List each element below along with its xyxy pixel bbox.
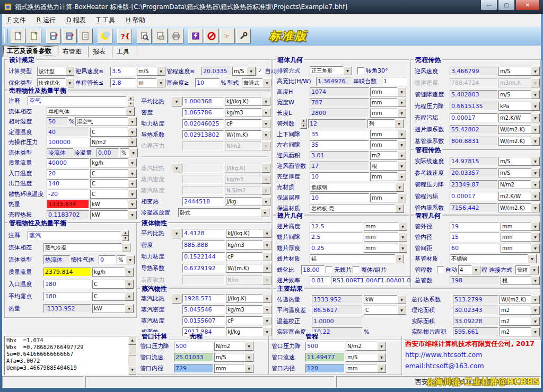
chevron-down-icon[interactable]: ▼	[395, 183, 404, 192]
chevron-down-icon[interactable]: ▼	[128, 169, 137, 178]
chevron-down-icon[interactable]: ▼	[530, 265, 539, 274]
menu-item-f[interactable]: F 文件	[2, 14, 31, 26]
chevron-down-icon[interactable]: ▼	[262, 327, 272, 336]
unit-combobox[interactable]: N/m2▼	[90, 138, 137, 147]
chevron-down-icon[interactable]: ▼	[377, 342, 386, 351]
calc-type-select[interactable]: 设计型▼	[37, 67, 74, 76]
chevron-down-icon[interactable]: ▼	[397, 130, 406, 139]
input-field[interactable]: 2.8	[110, 78, 136, 87]
unit-combobox[interactable]: kg/m3▼	[226, 240, 272, 250]
chevron-down-icon[interactable]: ▼	[128, 179, 137, 188]
chevron-down-icon[interactable]: ▼	[531, 233, 540, 242]
checkbox-box[interactable]	[437, 266, 444, 273]
readonly-field[interactable]: 33.09228	[453, 317, 498, 326]
spinner[interactable]: ▲▼	[300, 118, 307, 129]
unit-combobox[interactable]: mm▼	[370, 130, 406, 139]
readonly-field[interactable]: 0.00	[97, 148, 119, 157]
chevron-down-icon[interactable]: ▼	[244, 353, 253, 362]
integral-checkbox[interactable]: 整体/组片	[353, 266, 387, 274]
chevron-down-icon[interactable]: ▼	[397, 140, 406, 149]
form-type-select[interactable]: 普通式▼	[242, 78, 272, 87]
readonly-field[interactable]: 7156.442	[450, 203, 497, 212]
unit-combobox[interactable]: mm▼	[501, 222, 540, 231]
unit-combobox[interactable]: mm▼	[370, 87, 406, 96]
chevron-down-icon[interactable]: ▼	[397, 87, 406, 96]
readonly-field[interactable]: 1.364976	[316, 77, 352, 86]
help-button[interactable]: ?{	[117, 29, 132, 43]
unit-combobox[interactable]: m2.K/W▼	[498, 192, 540, 201]
input-field[interactable]: 2444518	[182, 197, 224, 206]
unit-combobox[interactable]: W/(m.K)▼	[225, 130, 270, 139]
chevron-down-icon[interactable]: ▼	[531, 78, 540, 87]
readonly-field[interactable]: 40	[47, 128, 89, 137]
readonly-field[interactable]: 0.6615135	[450, 102, 497, 111]
chevron-down-icon[interactable]: ▼	[262, 252, 272, 261]
save-button[interactable]	[46, 29, 61, 43]
chevron-down-icon[interactable]: ▼	[261, 97, 270, 106]
unit-combobox[interactable]: m/S▼	[498, 157, 540, 166]
input-field[interactable]: 1928.571	[182, 294, 225, 303]
chevron-down-icon[interactable]: ▼	[128, 128, 137, 137]
scroll-down-icon[interactable]: ▼	[128, 366, 136, 375]
unit-combobox[interactable]: N/m2▼	[346, 342, 386, 351]
tab-tube-layout[interactable]: 布管图	[58, 46, 89, 57]
unit-combobox[interactable]: kW▼	[90, 210, 137, 219]
unit-combobox[interactable]: kJ/kg▼	[226, 327, 272, 336]
property-dropdown-button[interactable]: ▼	[172, 163, 181, 173]
input-field[interactable]: 10	[310, 193, 369, 202]
unit-combobox[interactable]: mm▼	[370, 140, 406, 149]
checkbox-box[interactable]: ✓	[257, 68, 264, 75]
unit-combobox[interactable]: C▼	[92, 292, 134, 301]
input-field[interactable]: 10	[195, 78, 220, 87]
readonly-field[interactable]: 1074	[310, 87, 369, 96]
unit-combobox[interactable]: N/m2▼	[225, 141, 270, 150]
input-field[interactable]: 500	[305, 342, 345, 351]
unit-combobox[interactable]: m3/m.h▼	[498, 78, 540, 87]
unit-combobox[interactable]: N.S/m2▼	[225, 186, 270, 195]
unit-combobox[interactable]: N/m2▼	[214, 342, 253, 351]
readonly-field[interactable]: 2800	[310, 109, 369, 118]
chevron-down-icon[interactable]: ▼	[65, 67, 74, 76]
readonly-field[interactable]: 595.661	[453, 327, 498, 336]
readonly-field[interactable]: 800.8831	[450, 137, 497, 146]
chevron-down-icon[interactable]: ▼	[531, 327, 540, 336]
fluid-type-field[interactable]: 冷流体	[47, 148, 73, 157]
input-field[interactable]: 0.00017	[450, 192, 497, 201]
unit-combobox[interactable]: 列▼	[367, 119, 404, 128]
input-field[interactable]: 0.81	[310, 276, 330, 285]
chevron-down-icon[interactable]: ▼	[261, 197, 270, 206]
input-field[interactable]: 0.0155607	[182, 316, 225, 325]
chevron-down-icon[interactable]: ▼	[395, 204, 404, 213]
unit-combobox[interactable]: C▼	[90, 128, 137, 137]
unit-combobox[interactable]: W/(m2.K)▼	[498, 137, 540, 146]
input-field[interactable]: 0.6729192	[182, 264, 225, 273]
chevron-down-icon[interactable]: ▼	[531, 113, 540, 122]
input-field[interactable]: 0.1522144	[182, 252, 225, 261]
unit-combobox[interactable]: C▼	[364, 306, 406, 315]
unit-combobox[interactable]: kPa▼	[498, 102, 540, 111]
input-field[interactable]: 885.888	[182, 240, 225, 250]
unit-combobox[interactable]: mm▼	[370, 172, 406, 181]
nozzle-velocity-field[interactable]: 11.49477	[305, 353, 345, 362]
readonly-field[interactable]: 55.42802	[450, 125, 497, 134]
unit-combobox[interactable]: m/S▼	[232, 67, 256, 76]
scroll-thumb[interactable]	[128, 345, 136, 355]
input-field[interactable]: 18.00	[301, 265, 325, 274]
spinner[interactable]: ▲▼	[127, 96, 134, 106]
chevron-down-icon[interactable]: ▼	[531, 192, 540, 201]
chevron-down-icon[interactable]: ▼	[261, 175, 270, 184]
readonly-field[interactable]: 3.466799	[450, 67, 497, 76]
readonly-field[interactable]: -1333.952	[43, 304, 91, 313]
readonly-field[interactable]: 1333.952	[312, 295, 363, 304]
chevron-down-icon[interactable]: ▼	[261, 119, 270, 128]
page-setup-button[interactable]	[153, 29, 168, 43]
chevron-down-icon[interactable]: ▼	[531, 157, 540, 166]
shell-note-input[interactable]: 空气	[28, 96, 126, 105]
unit-combobox[interactable]: J/kg▼	[225, 197, 270, 206]
unit-combobox[interactable]: mm▼	[364, 222, 407, 231]
unit-combobox[interactable]: cP▼	[225, 119, 270, 128]
unit-combobox[interactable]: m/S▼	[498, 67, 540, 76]
tab-reports[interactable]: 报表	[89, 46, 112, 57]
chevron-down-icon[interactable]: ▼	[531, 222, 540, 231]
chevron-down-icon[interactable]: ▼	[260, 208, 269, 217]
